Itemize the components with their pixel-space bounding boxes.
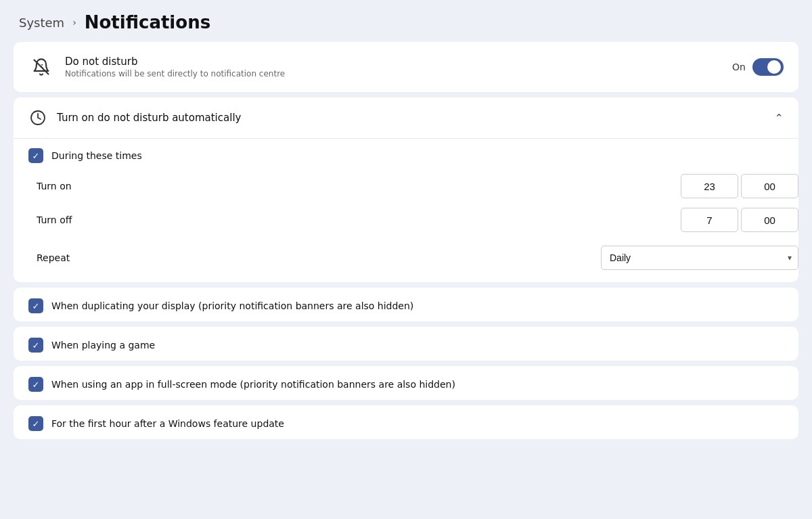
auto-section-card: Turn on do not disturb automatically ⌃ ✓…	[14, 97, 798, 282]
fullscreen-card: ✓ When using an app in full-screen mode …	[14, 366, 798, 400]
bell-slash-icon: z	[32, 58, 51, 76]
breadcrumb-system[interactable]: System	[19, 16, 64, 30]
turn-off-inputs	[681, 208, 798, 232]
gaming-checkbox[interactable]: ✓	[28, 338, 43, 353]
turn-off-minute[interactable]	[741, 208, 798, 232]
auto-section-header[interactable]: Turn on do not disturb automatically ⌃	[14, 97, 798, 139]
dnd-icon-wrap: z	[28, 54, 54, 80]
fullscreen-label: When using an app in full-screen mode (p…	[51, 379, 455, 390]
turn-on-hour[interactable]	[681, 174, 738, 198]
svg-text:z: z	[41, 63, 43, 69]
turn-off-label: Turn off	[37, 215, 91, 225]
checkmark-icon: ✓	[32, 152, 40, 160]
chevron-up-icon: ⌃	[775, 112, 784, 125]
windows-update-card: ✓ For the first hour after a Windows fea…	[14, 405, 798, 439]
checkmark-icon: ✓	[32, 302, 40, 311]
auto-section-title: Turn on do not disturb automatically	[57, 112, 765, 124]
breadcrumb-chevron: ›	[72, 17, 76, 28]
duplicating-label: When duplicating your display (priority …	[51, 300, 413, 311]
fullscreen-row: ✓ When using an app in full-screen mode …	[14, 366, 798, 400]
during-times-checkbox[interactable]: ✓	[28, 148, 43, 163]
windows-update-row: ✓ For the first hour after a Windows fea…	[14, 405, 798, 439]
checkmark-icon: ✓	[32, 380, 40, 389]
turn-on-row: Turn on	[14, 174, 798, 198]
turn-on-inputs	[681, 174, 798, 198]
duplicating-checkbox[interactable]: ✓	[28, 298, 43, 313]
during-times-label: During these times	[51, 150, 142, 161]
turn-on-label: Turn on	[37, 181, 91, 191]
during-times-row: ✓ During these times	[14, 139, 798, 174]
duplicating-card: ✓ When duplicating your display (priorit…	[14, 288, 798, 321]
during-times-check-row: ✓ During these times	[28, 148, 784, 174]
repeat-label: Repeat	[37, 252, 91, 263]
dnd-card: z Do not disturb Notifications will be s…	[14, 42, 798, 92]
dnd-title: Do not disturb	[65, 55, 721, 68]
clock-icon-wrap	[28, 108, 47, 127]
turn-off-hour[interactable]	[681, 208, 738, 232]
windows-update-checkbox[interactable]: ✓	[28, 416, 43, 431]
content-area: z Do not disturb Notifications will be s…	[0, 42, 812, 458]
toggle-label: On	[732, 58, 784, 76]
repeat-select-wrap: Daily Weekdays Weekends ▾	[601, 246, 798, 270]
turn-on-minute[interactable]	[741, 174, 798, 198]
toggle-thumb	[767, 60, 781, 74]
clock-icon	[30, 110, 46, 126]
duplicating-row: ✓ When duplicating your display (priorit…	[14, 288, 798, 321]
gaming-label: When playing a game	[51, 340, 155, 351]
page-title: Notifications	[85, 12, 210, 32]
dnd-row: z Do not disturb Notifications will be s…	[14, 42, 798, 92]
dnd-toggle[interactable]	[752, 58, 784, 76]
page-header: System › Notifications	[0, 0, 812, 42]
windows-update-label: For the first hour after a Windows featu…	[51, 418, 284, 429]
checkmark-icon: ✓	[32, 341, 40, 350]
dnd-subtitle: Notifications will be sent directly to n…	[65, 69, 721, 78]
gaming-row: ✓ When playing a game	[14, 327, 798, 361]
toggle-on-text: On	[732, 62, 746, 72]
toggle-track	[752, 58, 784, 76]
repeat-select[interactable]: Daily Weekdays Weekends	[601, 246, 798, 270]
checkmark-icon: ✓	[32, 420, 40, 428]
repeat-row: Repeat Daily Weekdays Weekends ▾	[14, 242, 798, 282]
turn-off-row: Turn off	[14, 208, 798, 232]
dnd-text: Do not disturb Notifications will be sen…	[65, 55, 721, 78]
fullscreen-checkbox[interactable]: ✓	[28, 377, 43, 392]
gaming-card: ✓ When playing a game	[14, 327, 798, 361]
